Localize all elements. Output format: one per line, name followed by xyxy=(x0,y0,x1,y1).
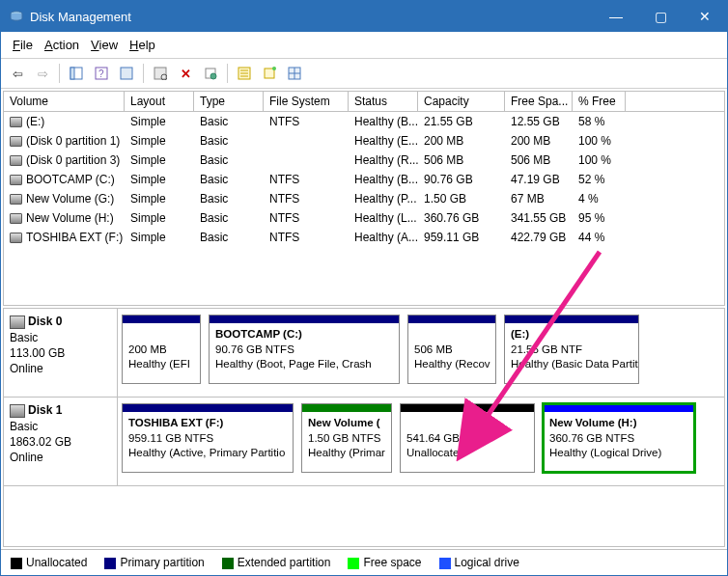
disk-management-window: Disk Management — ▢ ✕ File Action View H… xyxy=(0,0,728,576)
titlebar[interactable]: Disk Management — ▢ ✕ xyxy=(1,1,727,32)
app-icon xyxy=(9,9,24,24)
volume-row[interactable]: TOSHIBA EXT (F:)SimpleBasicNTFSHealthy (… xyxy=(4,228,724,247)
disk-1-info[interactable]: Disk 1 Basic 1863.02 GB Online xyxy=(4,398,118,485)
menu-help[interactable]: Help xyxy=(126,36,159,54)
new-button[interactable] xyxy=(259,63,280,84)
col-volume[interactable]: Volume xyxy=(4,92,125,111)
partition-d0p1[interactable]: BOOTCAMP (C:)90.76 GB NTFSHealthy (Boot,… xyxy=(209,315,400,384)
partition-d1p0[interactable]: TOSHIBA EXT (F:)959.11 GB NTFSHealthy (A… xyxy=(122,403,294,473)
content-area: Volume Layout Type File System Status Ca… xyxy=(1,89,727,575)
partition-d1p3[interactable]: New Volume (H:)360.76 GB NTFSHealthy (Lo… xyxy=(543,403,695,473)
table-button[interactable] xyxy=(284,63,305,84)
refresh-button[interactable] xyxy=(150,63,171,84)
disk-0-type: Basic xyxy=(10,331,111,344)
toolbar-separator xyxy=(59,64,60,83)
col-type[interactable]: Type xyxy=(194,92,264,111)
volume-list[interactable]: Volume Layout Type File System Status Ca… xyxy=(3,91,725,306)
back-button[interactable]: ⇦ xyxy=(7,63,28,84)
graphical-view: Disk 0 Basic 113.00 GB Online 200 MBHeal… xyxy=(3,308,725,547)
menu-file[interactable]: File xyxy=(9,36,37,54)
forward-button[interactable]: ⇨ xyxy=(32,63,53,84)
legend-extended: Extended partition xyxy=(222,556,331,569)
partition-d1p1[interactable]: New Volume (1.50 GB NTFSHealthy (Primar xyxy=(301,403,392,473)
show-hide-tree-button[interactable] xyxy=(66,63,87,84)
minimize-button[interactable]: — xyxy=(594,1,638,32)
partition-d0p0[interactable]: 200 MBHealthy (EFI xyxy=(122,315,201,384)
col-pctfree[interactable]: % Free xyxy=(573,92,626,111)
volume-row[interactable]: New Volume (H:)SimpleBasicNTFSHealthy (L… xyxy=(4,208,724,228)
volume-rows: (E:)SimpleBasicNTFSHealthy (B...21.55 GB… xyxy=(4,112,724,305)
col-freespace[interactable]: Free Spa... xyxy=(505,92,573,111)
disk-0-name: Disk 0 xyxy=(28,315,62,328)
toolbar: ⇦ ⇨ ? ✕ xyxy=(1,59,727,89)
volume-row[interactable]: (Disk 0 partition 1)SimpleBasicHealthy (… xyxy=(4,131,724,151)
col-capacity[interactable]: Capacity xyxy=(418,92,505,111)
col-layout[interactable]: Layout xyxy=(125,92,194,111)
menu-action[interactable]: Action xyxy=(41,36,83,54)
disk-0-status: Online xyxy=(10,362,111,375)
window-title: Disk Management xyxy=(30,10,594,24)
partition-d1p2-unallocated[interactable]: 541.64 GBUnallocated xyxy=(400,403,535,473)
disk-0-size: 113.00 GB xyxy=(10,346,111,360)
close-button[interactable]: ✕ xyxy=(683,1,727,32)
disk-icon xyxy=(10,315,25,329)
settings-button[interactable] xyxy=(116,63,137,84)
legend-logical: Logical drive xyxy=(439,556,519,569)
volume-icon xyxy=(10,213,22,224)
menu-view[interactable]: View xyxy=(87,36,122,54)
list-button[interactable] xyxy=(234,63,255,84)
volume-icon xyxy=(10,117,22,127)
properties-button[interactable] xyxy=(200,63,221,84)
volume-icon xyxy=(10,175,22,185)
volume-icon xyxy=(10,155,22,166)
disk-1-name: Disk 1 xyxy=(28,403,62,417)
volume-row[interactable]: BOOTCAMP (C:)SimpleBasicNTFSHealthy (B..… xyxy=(4,170,724,189)
maximize-button[interactable]: ▢ xyxy=(638,1,683,32)
menubar: File Action View Help xyxy=(1,32,727,59)
disk-row-1[interactable]: Disk 1 Basic 1863.02 GB Online TOSHIBA E… xyxy=(4,398,724,486)
volume-icon xyxy=(10,194,22,205)
volume-icon xyxy=(10,136,22,147)
legend-unallocated: Unallocated xyxy=(11,556,87,569)
svg-point-9 xyxy=(210,73,216,79)
svg-point-12 xyxy=(272,67,276,70)
partition-d0p2[interactable]: 506 MBHealthy (Recov xyxy=(407,315,496,384)
delete-button[interactable]: ✕ xyxy=(175,63,196,84)
volume-row[interactable]: (Disk 0 partition 3)SimpleBasicHealthy (… xyxy=(4,151,724,170)
partition-d0p3[interactable]: (E:)21.55 GB NTFHealthy (Basic Data Part… xyxy=(504,315,639,384)
volume-icon xyxy=(10,233,22,243)
volume-row[interactable]: New Volume (G:)SimpleBasicNTFSHealthy (P… xyxy=(4,189,724,208)
volume-row[interactable]: (E:)SimpleBasicNTFSHealthy (B...21.55 GB… xyxy=(4,112,724,131)
toolbar-separator xyxy=(227,64,228,83)
legend-freespace: Free space xyxy=(348,556,421,569)
disk-icon xyxy=(10,404,25,418)
disk-row-0[interactable]: Disk 0 Basic 113.00 GB Online 200 MBHeal… xyxy=(4,309,724,398)
legend: Unallocated Primary partition Extended p… xyxy=(1,549,727,575)
disk-1-size: 1863.02 GB xyxy=(10,435,111,449)
col-status[interactable]: Status xyxy=(349,92,418,111)
legend-primary: Primary partition xyxy=(104,556,204,569)
svg-text:?: ? xyxy=(98,69,104,79)
disk-0-info[interactable]: Disk 0 Basic 113.00 GB Online xyxy=(4,309,118,397)
svg-rect-6 xyxy=(154,68,166,79)
disk-1-status: Online xyxy=(10,451,111,464)
column-headers: Volume Layout Type File System Status Ca… xyxy=(4,92,724,112)
help-button[interactable]: ? xyxy=(91,63,112,84)
toolbar-separator xyxy=(143,64,144,83)
svg-rect-5 xyxy=(121,68,132,79)
col-spacer xyxy=(626,92,724,111)
svg-rect-11 xyxy=(265,69,274,78)
svg-rect-2 xyxy=(70,68,74,79)
col-filesystem[interactable]: File System xyxy=(264,92,349,111)
disk-1-type: Basic xyxy=(10,420,111,433)
